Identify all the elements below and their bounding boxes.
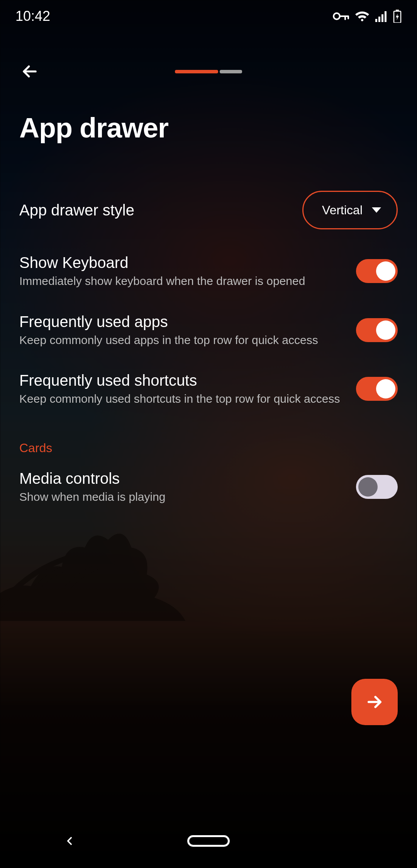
status-icons — [333, 10, 402, 23]
svg-rect-3 — [381, 14, 383, 22]
row-title: Frequently used shortcuts — [19, 372, 341, 389]
app-drawer-style-dropdown[interactable]: Vertical — [302, 191, 398, 229]
svg-rect-6 — [396, 10, 399, 11]
row-text: Frequently used apps Keep commonly used … — [19, 313, 356, 348]
system-back-button[interactable] — [31, 826, 108, 856]
row-title: App drawer style — [19, 202, 287, 219]
row-title: Media controls — [19, 470, 341, 487]
back-button[interactable] — [16, 58, 43, 85]
row-text: Frequently used shortcuts Keep commonly … — [19, 372, 356, 406]
row-show-keyboard[interactable]: Show Keyboard Immediately show keyboard … — [19, 242, 398, 301]
row-media-controls[interactable]: Media controls Show when media is playin… — [19, 458, 398, 517]
cellular-signal-icon — [375, 10, 388, 22]
top-bar — [0, 50, 417, 93]
row-title: Frequently used apps — [19, 313, 341, 331]
status-bar: 10:42 — [0, 0, 417, 32]
row-frequently-used-apps[interactable]: Frequently used apps Keep commonly used … — [19, 301, 398, 360]
page-title: App drawer — [19, 112, 398, 144]
caret-down-icon — [372, 207, 381, 213]
battery-charging-icon — [393, 10, 402, 23]
wifi-icon — [354, 10, 370, 22]
home-pill-icon — [187, 835, 230, 847]
svg-rect-2 — [378, 17, 380, 22]
row-text: Media controls Show when media is playin… — [19, 470, 356, 504]
arrow-right-icon — [364, 692, 385, 712]
progress-segment-done — [175, 70, 218, 73]
progress-segment-remaining — [220, 70, 242, 73]
svg-point-0 — [334, 13, 340, 19]
section-header-cards: Cards — [19, 441, 398, 455]
row-subtitle: Show when media is playing — [19, 490, 341, 504]
frequently-used-shortcuts-toggle[interactable] — [356, 377, 398, 401]
chevron-left-icon — [63, 832, 76, 850]
system-home-button[interactable] — [170, 826, 247, 856]
system-nav-bar — [0, 814, 417, 868]
row-subtitle: Keep commonly used apps in the top row f… — [19, 333, 341, 348]
status-time: 10:42 — [15, 8, 50, 24]
content-area: App drawer App drawer style Vertical Sho… — [19, 112, 398, 868]
arrow-left-icon — [20, 61, 40, 81]
row-frequently-used-shortcuts[interactable]: Frequently used shortcuts Keep commonly … — [19, 359, 398, 419]
row-text: App drawer style — [19, 202, 302, 219]
svg-rect-1 — [375, 19, 377, 22]
row-text: Show Keyboard Immediately show keyboard … — [19, 254, 356, 288]
row-title: Show Keyboard — [19, 254, 341, 271]
vpn-key-icon — [333, 11, 349, 22]
frequently-used-apps-toggle[interactable] — [356, 318, 398, 342]
next-fab[interactable] — [351, 679, 398, 725]
row-subtitle: Keep commonly used shortcuts in the top … — [19, 392, 341, 406]
dropdown-value: Vertical — [322, 203, 363, 217]
row-subtitle: Immediately show keyboard when the drawe… — [19, 274, 341, 288]
show-keyboard-toggle[interactable] — [356, 259, 398, 283]
media-controls-toggle[interactable] — [356, 475, 398, 499]
row-app-drawer-style[interactable]: App drawer style Vertical — [19, 178, 398, 242]
setup-progress-indicator — [175, 70, 242, 73]
svg-rect-4 — [385, 11, 386, 22]
